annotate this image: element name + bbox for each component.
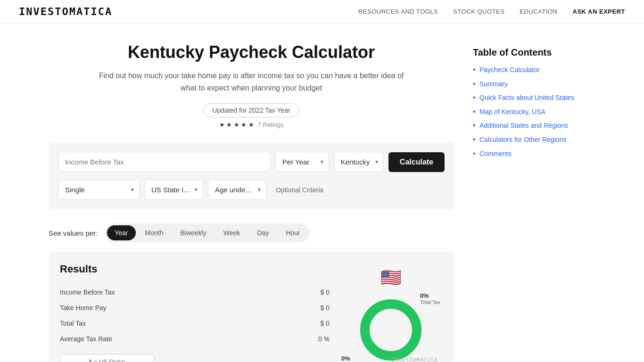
donut-svg — [353, 292, 429, 362]
list-item: Additional States and Regions — [473, 121, 595, 131]
optional-criteria-label: Optional Criteria — [276, 186, 323, 194]
nav-ask-expert[interactable]: ASK AN EXPERT — [573, 8, 625, 15]
stars-icon: ★ ★ ★ ★ ★ — [219, 121, 254, 128]
filing-select-wrapper: Single Married Head of Household — [58, 180, 140, 200]
site-header: INVESTOMATICA RESOURCES AND TOOLS STOCK … — [0, 0, 644, 24]
toc-other-regions[interactable]: Calculators for Other Regions — [479, 136, 566, 143]
logo[interactable]: INVESTOMATICA — [19, 6, 112, 17]
results-table: Income Before Tax $ 0 Take Home Pay $ 0 … — [60, 285, 330, 346]
result-value-avgrate: 0 % — [318, 335, 330, 343]
results-left: Results Income Before Tax $ 0 Take Home … — [60, 263, 330, 362]
nav-resources[interactable]: RESOURCES AND TOOLS — [358, 8, 438, 15]
results-right: 🇺🇸 0% Total Tax — [339, 263, 443, 362]
donut-chart — [353, 292, 429, 362]
toc-map[interactable]: Map of Kentucky, USA — [479, 108, 545, 115]
tab-day[interactable]: Day — [249, 225, 276, 240]
main-content: Kentucky Paycheck Calculator Find out ho… — [49, 42, 454, 362]
period-section-label: See values per: — [49, 229, 98, 237]
watermark: INVESTOMATICA — [391, 357, 438, 362]
location-select[interactable]: US State I... None — [144, 180, 203, 200]
toc-additional-states[interactable]: Additional States and Regions — [479, 122, 568, 129]
period-section: See values per: Year Month Biweekly Week… — [49, 223, 454, 242]
toc-box: Table of Contents Paycheck Calculator Su… — [473, 42, 595, 168]
results-title: Results — [60, 263, 330, 275]
calc-main-row: Per Year Per Month Per Week Per Day Per … — [58, 152, 445, 172]
nav-stock-quotes[interactable]: STOCK QUOTES — [453, 8, 504, 15]
us-flag-icon: 🇺🇸 — [380, 268, 402, 288]
list-item: Paycheck Calculator — [473, 66, 595, 75]
filing-select[interactable]: Single Married Head of Household — [58, 180, 140, 200]
rating-count: 7 Ratings — [258, 121, 284, 128]
tab-week[interactable]: Week — [216, 225, 248, 240]
tab-biweekly[interactable]: Biweekly — [173, 225, 214, 240]
table-row: Total Tax $ 0 — [60, 316, 330, 331]
income-input[interactable] — [58, 152, 271, 172]
calculate-button[interactable]: Calculate — [388, 152, 445, 172]
tab-month[interactable]: Month — [138, 225, 171, 240]
result-label-totaltax: Total Tax — [60, 320, 86, 327]
toc-paycheck-calculator[interactable]: Paycheck Calculator — [479, 66, 540, 74]
location-select-wrapper: US State I... None — [144, 180, 203, 200]
toc-summary[interactable]: Summary — [479, 80, 508, 88]
list-item: Quick Facts about United States — [473, 93, 595, 103]
currency-row: $ = US Dollar — [60, 354, 330, 362]
result-label-income: Income Before Tax — [60, 288, 115, 296]
page-layout: Kentucky Paycheck Calculator Find out ho… — [39, 24, 605, 362]
period-tabs: Year Month Biweekly Week Day Hour — [105, 223, 309, 242]
rating-display: ★ ★ ★ ★ ★ 7 Ratings — [49, 121, 454, 128]
tab-year[interactable]: Year — [107, 225, 135, 240]
net-pay-annotation: 0% Net Pay — [341, 355, 360, 362]
result-value-totaltax: $ 0 — [321, 320, 330, 327]
result-label-takehome: Take Home Pay — [60, 304, 107, 312]
table-row: Average Tax Rate 0 % — [60, 331, 330, 346]
toc-title: Table of Contents — [473, 47, 595, 58]
page-title: Kentucky Paycheck Calculator — [49, 42, 454, 62]
hero-section: Kentucky Paycheck Calculator Find out ho… — [49, 42, 454, 128]
results-box: Results Income Before Tax $ 0 Take Home … — [49, 252, 454, 362]
result-value-income: $ 0 — [321, 288, 330, 296]
sidebar: Table of Contents Paycheck Calculator Su… — [473, 42, 595, 362]
currency-badge: $ = US Dollar — [60, 354, 154, 362]
list-item: Comments — [473, 149, 595, 159]
result-value-takehome: $ 0 — [321, 304, 330, 312]
chart-area: 0% Total Tax 0% — [339, 292, 443, 362]
age-select[interactable]: Age unde... Under 65 65 and over — [208, 180, 266, 200]
nav-education[interactable]: EDUCATION — [520, 8, 557, 15]
main-nav: RESOURCES AND TOOLS STOCK QUOTES EDUCATI… — [358, 8, 625, 15]
updated-badge: Updated for 2022 Tax Year — [203, 103, 299, 117]
list-item: Summary — [473, 80, 595, 89]
hero-description: Find out how much your take home pay is … — [98, 70, 405, 94]
toc-list: Paycheck Calculator Summary Quick Facts … — [473, 66, 595, 158]
toc-comments[interactable]: Comments — [479, 150, 512, 157]
result-label-avgrate: Average Tax Rate — [60, 335, 112, 343]
state-select[interactable]: Kentucky Alabama Alaska Arizona — [334, 152, 384, 172]
state-select-wrapper: Kentucky Alabama Alaska Arizona — [334, 152, 384, 172]
list-item: Map of Kentucky, USA — [473, 107, 595, 117]
list-item: Calculators for Other Regions — [473, 135, 595, 145]
age-select-wrapper: Age unde... Under 65 65 and over — [208, 180, 266, 200]
calc-optional-row: Single Married Head of Household US Stat… — [58, 180, 445, 200]
svg-point-1 — [365, 304, 417, 356]
table-row: Take Home Pay $ 0 — [60, 300, 330, 316]
period-select[interactable]: Per Year Per Month Per Week Per Day Per … — [275, 152, 329, 172]
net-pay-pct: 0% — [341, 355, 360, 362]
table-row: Income Before Tax $ 0 — [60, 285, 330, 300]
tab-hour[interactable]: Hour — [278, 225, 307, 240]
period-select-wrapper: Per Year Per Month Per Week Per Day Per … — [275, 152, 329, 172]
toc-quick-facts[interactable]: Quick Facts about United States — [479, 94, 574, 101]
calculator-box: Per Year Per Month Per Week Per Day Per … — [49, 142, 454, 209]
